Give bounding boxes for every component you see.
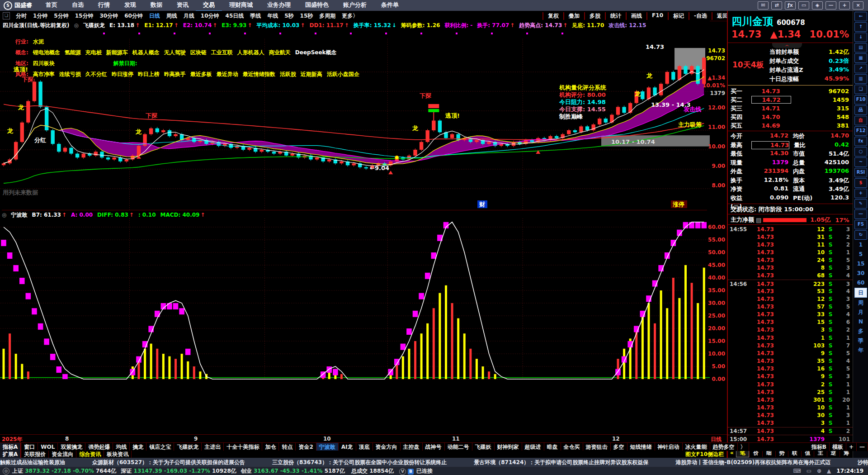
indicator-tab-right-0[interactable]: 指标B xyxy=(809,443,830,451)
indicator-tab-2[interactable]: 双紫擒龙 xyxy=(58,443,85,451)
indicator-group-a[interactable]: 指标A xyxy=(0,443,21,451)
indicator-tab-12[interactable]: 资金2 xyxy=(296,443,316,451)
indicator-tab-17[interactable]: 主控盘 xyxy=(401,443,423,451)
extension-tab-2[interactable]: 综合资讯 xyxy=(76,451,104,458)
back-icon[interactable]: ← xyxy=(854,12,867,21)
indicator-tab-7[interactable]: 飞碟妖龙 xyxy=(174,443,202,451)
chart-tool-1[interactable]: 叠加 xyxy=(563,12,584,20)
report-icon[interactable]: ▤ xyxy=(854,43,867,52)
quick-trade-icon[interactable]: ƒx xyxy=(785,1,796,10)
indicator-tab-31[interactable]: 〉 xyxy=(738,443,749,451)
kline-icon[interactable]: ▥ xyxy=(854,74,867,84)
indicator-tab-6[interactable]: 镇店之宝 xyxy=(146,443,174,451)
extension-tab-0[interactable]: 关联报价 xyxy=(21,451,49,458)
indicator-tab-15[interactable]: 顶底 xyxy=(356,443,373,451)
period-14[interactable]: 15秒 xyxy=(297,12,316,20)
bid-row[interactable]: 买三14.71315 xyxy=(728,104,853,113)
period-0[interactable]: 分时 xyxy=(13,12,30,20)
menu-item-5[interactable]: 资讯 xyxy=(170,0,196,10)
strip-period-5[interactable]: 日 xyxy=(854,288,867,298)
indicator-tab-21[interactable]: 财神到家 xyxy=(495,443,522,451)
formula-icon[interactable]: fx xyxy=(854,137,867,146)
strip-period-9[interactable]: 多 xyxy=(855,327,867,336)
indicator-tab-5[interactable]: 擒龙 xyxy=(130,443,146,451)
news-item-5[interactable]: 沙特股市遭遇十年来 xyxy=(858,459,868,466)
f12-icon[interactable]: F12 xyxy=(854,126,867,136)
news-item-2[interactable]: 三立股份（836743）：关于公司股票在全国中小企业股份转让系统终止 xyxy=(272,459,447,466)
status-menu-icon[interactable]: ◎ xyxy=(3,468,9,475)
period-5[interactable]: 60分钟 xyxy=(121,12,146,20)
strip-period-3[interactable]: 30 xyxy=(855,269,867,278)
indicator-tab-9[interactable]: 十全十美指标 xyxy=(224,443,262,451)
strip-period-6[interactable]: 周 xyxy=(855,298,867,307)
skin-icon[interactable]: ◈ xyxy=(812,1,823,10)
indicator-tab-1[interactable]: WOL xyxy=(38,443,58,451)
period-12[interactable]: 年线 xyxy=(264,12,281,20)
news-item-0[interactable]: 触账过成品油运输抢装原油 xyxy=(0,459,65,466)
period-6[interactable]: 日线 xyxy=(146,12,163,20)
menu-item-4[interactable]: 数据 xyxy=(143,0,170,10)
strip-period-0[interactable]: 1 xyxy=(855,240,867,249)
menu-item-8[interactable]: 业务办理 xyxy=(260,0,298,10)
indicator-tab-right-3[interactable]: — xyxy=(857,443,868,451)
self-select-icon[interactable]: 自 xyxy=(854,116,867,125)
period-15[interactable]: 多周期 xyxy=(316,12,339,20)
chart-tool-5[interactable]: F10 xyxy=(646,12,668,20)
index-2[interactable]: 创业 3163.67 -45.33 -1.41% 5187亿 xyxy=(241,467,345,475)
indicator-tab-25[interactable]: 游资狙击 xyxy=(583,443,611,451)
strip-period-4[interactable]: 60 xyxy=(855,278,867,287)
chart-tool-2[interactable]: 多股 xyxy=(584,12,605,20)
index-1[interactable]: 深证 13147.39 -169.03 -1.27% 10928亿 xyxy=(121,467,236,475)
period-1[interactable]: 1分钟 xyxy=(30,12,51,20)
menu-item-9[interactable]: 国盛特色 xyxy=(298,0,336,10)
news-item-4[interactable]: 港股异动丨荃信生物-B(02509)再张权抗矩阵布局在海外正式迈 xyxy=(675,459,830,466)
multi-window-icon[interactable]: ❏ xyxy=(854,85,867,94)
strip-period-11[interactable]: 年 xyxy=(855,346,867,355)
list-icon[interactable]: ▤ xyxy=(756,217,761,223)
target-icon[interactable]: ⊕ xyxy=(817,467,821,475)
kline-chart[interactable]: 逃顶!下探龙龙分红下探龙←9.04下探逃顶!龙机构量化评分系统机构评分: 80.… xyxy=(0,21,710,210)
close-icon[interactable]: × xyxy=(853,1,863,10)
screen-icon[interactable]: ▭ xyxy=(798,1,809,10)
minimize-icon[interactable]: — xyxy=(826,1,836,10)
indicator-tab-30[interactable]: 趋势多空 xyxy=(710,443,738,451)
indicator-tab-11[interactable]: 转点 xyxy=(279,443,296,451)
trend-icon[interactable]: ↗ xyxy=(854,64,867,73)
phone-icon[interactable]: ▭ xyxy=(807,467,811,475)
message-icon[interactable]: ✉ xyxy=(758,1,769,10)
indicator-tab-13[interactable]: 宁波敢 xyxy=(316,443,339,451)
move-icon[interactable]: + xyxy=(854,189,867,198)
extension-tab-1[interactable]: 资金流向 xyxy=(49,451,76,458)
switch-icon[interactable]: ⇄ xyxy=(771,1,782,10)
f5-icon[interactable]: F5 xyxy=(854,220,867,229)
f10-sidebar-toggle[interactable]: 图文F10侧边栏 xyxy=(683,451,727,458)
menu-item-10[interactable]: 账户分析 xyxy=(336,0,374,10)
indicator-tab-0[interactable]: 窗口 xyxy=(21,443,38,451)
extension-group-a[interactable]: 扩展A xyxy=(0,451,21,458)
period-10[interactable]: 45日线 xyxy=(222,12,247,20)
circle-icon[interactable]: ○ xyxy=(854,147,867,157)
divider[interactable]: — xyxy=(854,209,867,219)
indicator-tab-23[interactable]: 暗盘 xyxy=(544,443,561,451)
keyboard-icon[interactable]: ⌨ xyxy=(793,467,801,475)
menu-item-3[interactable]: 发现 xyxy=(117,0,143,10)
indicator-tab-27[interactable]: 短线情绪 xyxy=(627,443,655,451)
chart-tool-4[interactable]: 画线 xyxy=(626,12,646,20)
period-13[interactable]: 5秒 xyxy=(281,12,297,20)
strip-period-2[interactable]: 15 xyxy=(855,259,867,268)
period-9[interactable]: 10分钟 xyxy=(198,12,222,20)
bid-row[interactable]: 买一14.7396702 xyxy=(728,87,853,95)
indicator-tab-14[interactable]: AI龙 xyxy=(339,443,356,451)
restore-icon[interactable]: + xyxy=(839,1,850,10)
news-item-3[interactable]: 景古环境（871424）：关于拟申请公司股票终止挂牌对异议股东权益保 xyxy=(474,459,648,466)
indicator-tab-10[interactable]: 加仓 xyxy=(262,443,279,451)
strip-period-8[interactable]: N xyxy=(855,317,867,326)
indicator-tab-26[interactable]: 多空 xyxy=(611,443,627,451)
indicator-tab-20[interactable]: 飞碟妖 xyxy=(472,443,495,451)
menu-item-11[interactable]: 条件单 xyxy=(374,0,406,10)
wave-icon[interactable]: ~ xyxy=(854,157,867,167)
strip-period-1[interactable]: 5 xyxy=(855,250,867,259)
indicator-tab-22[interactable]: 超级进 xyxy=(522,443,544,451)
up-icon[interactable]: ↑ xyxy=(854,22,867,32)
collapse-notch[interactable]: ︿ xyxy=(772,43,802,48)
